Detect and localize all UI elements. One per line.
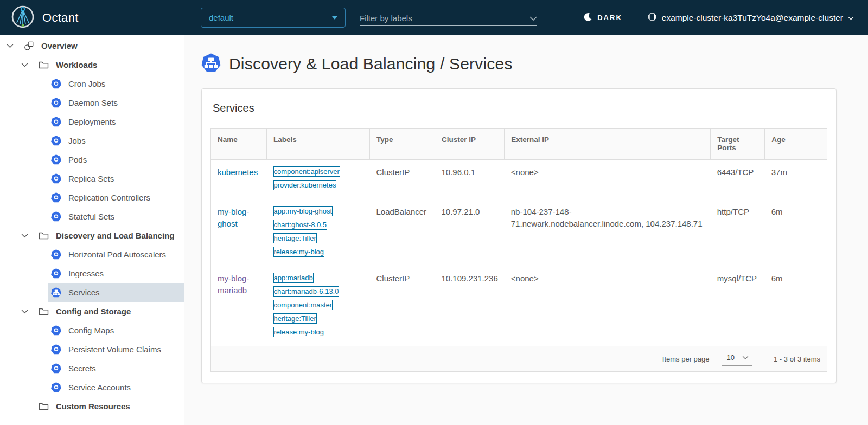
dark-mode-toggle[interactable]: DARK (583, 12, 622, 23)
pods-icon (51, 154, 61, 165)
stateful-sets-icon (51, 211, 61, 222)
sidebar-item-deployments[interactable]: Deployments (48, 112, 184, 131)
daemon-sets-icon (51, 98, 61, 108)
label-pill[interactable]: app:my-blog-ghost (273, 206, 333, 216)
chevron-down-icon[interactable] (7, 44, 14, 48)
target-ports-cell: mysql/TCP (711, 266, 765, 346)
chevron-down-icon (529, 14, 537, 23)
discovery-and-load-balancing-icon (39, 230, 49, 241)
external-ip-cell: <none> (505, 266, 711, 346)
secrets-icon (51, 363, 61, 374)
pagination-range: 1 - 3 of 3 items (774, 355, 820, 365)
service-link-my-blog-ghost[interactable]: my-blog-ghost (218, 207, 249, 228)
age-cell: 37m (765, 160, 827, 199)
service-link-my-blog-mariadb[interactable]: my-blog-mariadb (218, 274, 249, 295)
chevron-down-icon[interactable] (21, 234, 29, 238)
label-pill[interactable]: chart:mariadb-6.13.0 (273, 286, 340, 297)
label-pill[interactable]: release:my-blog (273, 247, 325, 257)
sidebar-item-secrets[interactable]: Secrets (48, 359, 184, 378)
sidebar-item-pods[interactable]: Pods (48, 150, 184, 169)
sidebar-item-daemon-sets[interactable]: Daemon Sets (48, 93, 184, 112)
sidebar-item-stateful-sets[interactable]: Stateful Sets (48, 207, 184, 226)
column-header-type: Type (370, 129, 435, 160)
type-cell: LoadBalancer (370, 199, 435, 266)
labels-cell: component:apiserverprovider:kubernetes (267, 160, 370, 199)
namespace-select[interactable]: default (201, 8, 346, 28)
overview-icon (24, 41, 34, 51)
sidebar-item-horizontal-pod-autoscalers[interactable]: Horizontal Pod Autoscalers (48, 245, 184, 264)
sidebar-item-label: Workloads (56, 60, 97, 69)
table-row: kubernetescomponent:apiserverprovider:ku… (211, 160, 827, 199)
page-size-select[interactable]: 10 (722, 353, 752, 366)
label-pill[interactable]: chart:ghost-8.0.5 (273, 220, 328, 230)
label-filter-input[interactable]: Filter by labels (360, 11, 537, 26)
label-pill[interactable]: release:my-blog (273, 327, 325, 337)
panel-title: Services (213, 102, 827, 114)
sidebar-item-discovery-and-load-balancing[interactable]: Discovery and Load Balancing (0, 226, 184, 245)
sidebar-item-overview[interactable]: Overview (0, 36, 184, 55)
chevron-down-icon (742, 356, 749, 360)
sidebar-item-label: Discovery and Load Balancing (56, 231, 174, 240)
label-pill[interactable]: component:apiserver (273, 166, 340, 177)
sidebar-item-label: Replication Controllers (68, 193, 150, 202)
labels-cell: app:mariadbchart:mariadb-6.13.0component… (267, 266, 370, 346)
sidebar-item-label: Horizontal Pod Autoscalers (68, 250, 166, 259)
chevron-down-icon[interactable] (21, 310, 29, 314)
custom-resources-icon (39, 401, 49, 411)
age-cell: 6m (765, 266, 827, 346)
namespace-select-value: default (209, 13, 233, 22)
sidebar-item-label: Ingresses (68, 269, 104, 278)
service-accounts-icon (51, 382, 61, 392)
sidebar-item-config-and-storage[interactable]: Config and Storage (0, 302, 184, 321)
sidebar-item-custom-resources[interactable]: Custom Resources (0, 397, 184, 416)
cluster-ip-cell: 10.109.231.236 (435, 266, 505, 346)
service-heptagon-icon (201, 53, 221, 75)
external-ip-cell: nb-104-237-148-71.newark.nodebalancer.li… (505, 199, 711, 266)
sidebar-item-label: Service Accounts (68, 383, 131, 392)
label-pill[interactable]: app:mariadb (273, 273, 314, 283)
cluster-select[interactable]: example-cluster-ka3TuTzYo4a@example-clus… (647, 12, 854, 24)
sidebar-item-label: Custom Resources (56, 402, 130, 411)
app-title: Octant (42, 11, 79, 25)
services-panel: Services NameLabelsTypeCluster IPExterna… (201, 88, 837, 383)
page-title: Discovery & Load Balancing / Services (229, 55, 513, 73)
octant-logo-icon (11, 5, 35, 31)
sidebar-item-services[interactable]: Services (48, 283, 184, 302)
column-header-target-ports: Target Ports (711, 129, 765, 160)
type-cell: ClusterIP (370, 266, 435, 346)
page-size-value: 10 (727, 353, 735, 363)
label-pill[interactable]: heritage:Tiller (273, 313, 317, 324)
sidebar-item-service-accounts[interactable]: Service Accounts (48, 378, 184, 397)
table-row: my-blog-ghostapp:my-blog-ghostchart:ghos… (211, 199, 827, 266)
sidebar-item-label: Cron Jobs (68, 79, 105, 88)
cluster-name: example-cluster-ka3TuTzYo4a@example-clus… (662, 13, 843, 23)
sidebar-item-label: Config Maps (68, 326, 114, 335)
label-pill[interactable]: heritage:Tiller (273, 233, 317, 243)
persistent-volume-claims-icon (51, 344, 61, 355)
sidebar-item-replication-controllers[interactable]: Replication Controllers (48, 188, 184, 207)
sidebar-item-cron-jobs[interactable]: Cron Jobs (48, 74, 184, 93)
service-link-kubernetes[interactable]: kubernetes (218, 168, 258, 177)
services-icon (51, 287, 61, 298)
label-pill[interactable]: component:master (273, 300, 333, 310)
octant-logo-area: Octant (0, 5, 184, 31)
main-content: Discovery & Load Balancing / Services Se… (185, 35, 868, 425)
label-filter-placeholder: Filter by labels (360, 14, 412, 23)
replication-controllers-icon (51, 192, 61, 203)
sidebar-item-label: Persistent Volume Claims (68, 345, 161, 354)
sidebar-item-jobs[interactable]: Jobs (48, 131, 184, 150)
sidebar-item-persistent-volume-claims[interactable]: Persistent Volume Claims (48, 340, 184, 359)
sidebar-item-replica-sets[interactable]: Replica Sets (48, 169, 184, 188)
chevron-down-icon[interactable] (21, 63, 29, 67)
sidebar-item-ingresses[interactable]: Ingresses (48, 264, 184, 283)
sidebar-item-label: Config and Storage (56, 307, 131, 316)
page-title-row: Discovery & Load Balancing / Services (201, 53, 868, 75)
sidebar-item-config-maps[interactable]: Config Maps (48, 321, 184, 340)
sidebar-item-workloads[interactable]: Workloads (0, 55, 184, 74)
sidebar-item-label: Secrets (68, 364, 96, 373)
label-pill[interactable]: provider:kubernetes (273, 180, 337, 190)
table-footer-row: Items per page 10 1 - 3 of 3 items (211, 346, 827, 372)
column-header-cluster-ip: Cluster IP (435, 129, 505, 160)
sidebar-item-label: Stateful Sets (68, 212, 114, 221)
horizontal-pod-autoscalers-icon (51, 249, 61, 260)
